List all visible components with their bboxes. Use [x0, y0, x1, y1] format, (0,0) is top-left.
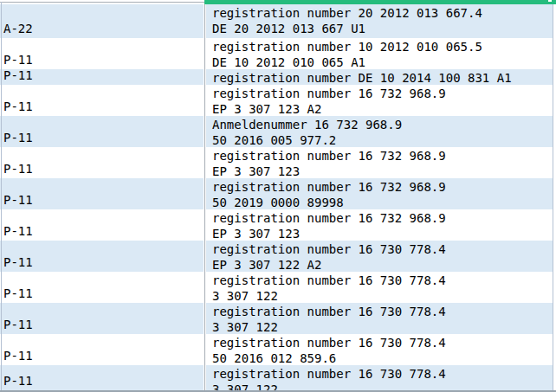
row-code: P-11: [3, 130, 206, 145]
registration-line-2: 50 2016 012 859.6: [212, 350, 553, 365]
registration-line-2: DE 10 2012 010 065 A1: [212, 55, 553, 69]
registration-line-1: Anmeldenummer 16 732 968.9: [212, 117, 553, 132]
row-code-cell[interactable]: P-11: [0, 241, 206, 272]
row-code-cell[interactable]: A-22: [0, 4, 206, 38]
table-row: A-22 registration number 20 2012 013 667…: [0, 4, 553, 38]
row-code-cell[interactable]: P-11: [0, 209, 206, 241]
registration-line-1: registration number 16 730 778.4: [212, 241, 553, 257]
registration-line-1: registration number 16 732 968.9: [212, 148, 553, 164]
top-gridline: [0, 2, 205, 3]
table-row: P-11 registration number 16 732 968.9 EP…: [0, 147, 553, 178]
registration-line-2: EP 3 307 123: [212, 164, 553, 178]
selection-border-notch: [548, 0, 552, 2]
registration-line-2: 3 307 122: [212, 319, 553, 334]
table-row: P-11 registration number 16 730 778.4 3 …: [0, 365, 553, 390]
row-code: P-11: [3, 286, 206, 301]
row-code: P-11: [3, 254, 206, 270]
registration-cell[interactable]: registration number 16 730 778.4 3 307 1…: [206, 272, 553, 303]
row-code: P-11: [3, 373, 206, 389]
registration-cell[interactable]: registration number 16 730 778.4 3 307 1…: [206, 303, 553, 334]
registration-cell[interactable]: registration number 16 730 778.4 3 307 1…: [206, 365, 553, 390]
table-row: P-11 registration number 16 730 778.4 50…: [0, 334, 553, 365]
right-column-gridline: [553, 4, 553, 390]
registration-line-2: DE 20 2012 013 667 U1: [212, 21, 553, 36]
registration-line-2: 50 2016 005 977.2: [212, 132, 553, 147]
registration-line-1: registration number 16 730 778.4: [212, 366, 553, 382]
row-code-cell[interactable]: P-11: [0, 85, 206, 116]
row-code-cell[interactable]: P-11: [0, 38, 206, 69]
table-row: P-11 registration number 16 732 968.9 50…: [0, 178, 553, 209]
registration-line-2: EP 3 307 122 A2: [212, 257, 553, 272]
row-code-cell[interactable]: P-11: [0, 365, 206, 390]
registration-line-1: registration number 16 732 968.9: [212, 179, 553, 195]
registration-cell[interactable]: registration number 16 730 778.4 EP 3 30…: [206, 241, 553, 272]
row-code: P-11: [3, 52, 206, 67]
row-code: A-22: [3, 21, 206, 36]
table-row: P-11 registration number 16 732 968.9 EP…: [0, 209, 553, 241]
table-row: P-11 registration number 16 730 778.4 3 …: [0, 303, 553, 334]
registration-cell[interactable]: registration number 10 2012 010 065.5 DE…: [206, 38, 553, 69]
registration-line-1: registration number 16 732 968.9: [212, 210, 553, 226]
registration-cell[interactable]: registration number 16 732 968.9 EP 3 30…: [206, 85, 553, 116]
row-code: P-11: [3, 69, 206, 83]
registration-cell[interactable]: registration number 16 730 778.4 50 2016…: [206, 334, 553, 365]
row-code-cell[interactable]: P-11: [0, 69, 206, 85]
registration-line-1: registration number 16 732 968.9: [212, 86, 553, 101]
registration-line-1: registration number 10 2012 010 065.5: [212, 39, 553, 55]
registration-cell[interactable]: registration number 16 732 968.9 50 2019…: [206, 178, 553, 209]
table-row: P-11 registration number DE 10 2014 100 …: [0, 69, 553, 85]
registration-line-1: registration number 16 730 778.4: [212, 304, 553, 319]
registration-line-2: EP 3 307 123: [212, 226, 553, 241]
table-row: P-11 registration number 16 732 968.9 EP…: [0, 85, 553, 116]
table-body: A-22 registration number 20 2012 013 667…: [0, 4, 553, 390]
row-code-cell[interactable]: P-11: [0, 147, 206, 178]
registration-line-2: 3 307 122: [212, 382, 553, 390]
table-row: P-11 registration number 16 730 778.4 EP…: [0, 241, 553, 272]
row-code-cell[interactable]: P-11: [0, 334, 206, 365]
selection-top-border: [204, 0, 556, 4]
row-code-cell[interactable]: P-11: [0, 303, 206, 334]
row-code: P-11: [3, 192, 206, 208]
registration-line-1: registration number 16 730 778.4: [212, 335, 553, 350]
row-code-cell[interactable]: P-11: [0, 272, 206, 303]
registration-cell[interactable]: registration number 20 2012 013 667.4 DE…: [206, 4, 553, 38]
registration-cell[interactable]: registration number 16 732 968.9 EP 3 30…: [206, 209, 553, 241]
row-code: P-11: [3, 161, 206, 177]
registration-line-2: 50 2019 0000 89998: [212, 195, 553, 209]
registration-cell[interactable]: registration number DE 10 2014 100 831 A…: [206, 69, 553, 85]
table-row: P-11 Anmeldenummer 16 732 968.9 50 2016 …: [0, 116, 553, 147]
row-code-cell[interactable]: P-11: [0, 178, 206, 209]
registration-cell[interactable]: Anmeldenummer 16 732 968.9 50 2016 005 9…: [206, 116, 553, 147]
registration-line-1: registration number 20 2012 013 667.4: [212, 5, 553, 21]
table-row: P-11 registration number 10 2012 010 065…: [0, 38, 553, 69]
registration-line-1: registration number DE 10 2014 100 831 A…: [212, 70, 553, 85]
registration-line-1: registration number 16 730 778.4: [212, 273, 553, 288]
row-code: P-11: [3, 348, 206, 363]
registration-cell[interactable]: registration number 16 732 968.9 EP 3 30…: [206, 147, 553, 178]
row-code-cell[interactable]: P-11: [0, 116, 206, 147]
table-row: P-11 registration number 16 730 778.4 3 …: [0, 272, 553, 303]
registration-line-2: EP 3 307 123 A2: [212, 101, 553, 116]
row-code: P-11: [3, 317, 206, 332]
registration-line-2: 3 307 122: [212, 288, 553, 303]
row-code: P-11: [3, 99, 206, 114]
spreadsheet-view: A-22 registration number 20 2012 013 667…: [0, 0, 556, 392]
row-code: P-11: [3, 223, 206, 239]
